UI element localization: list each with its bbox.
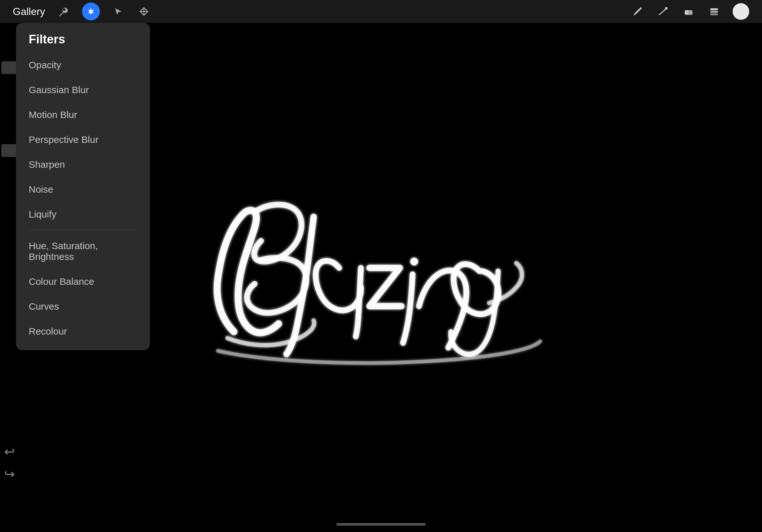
layer-thumbnail-2[interactable] [1,144,18,157]
svg-point-7 [410,258,418,265]
filter-liquify[interactable]: Liquify [16,202,150,227]
filter-opacity[interactable]: Opacity [16,53,150,78]
filters-panel: Filters Opacity Gaussian Blur Motion Blu… [16,23,150,350]
toolbar: Gallery [0,0,762,23]
color-avatar[interactable] [733,3,749,20]
toolbar-left: Gallery [13,3,151,21]
scroll-indicator [336,523,426,526]
selection-icon[interactable] [112,4,125,19]
filter-curves[interactable]: Curves [16,294,150,319]
filter-gaussian-blur[interactable]: Gaussian Blur [16,78,150,102]
layer-thumbnail-1[interactable] [1,61,18,74]
calligraphy-art [195,134,642,421]
wrench-icon[interactable] [56,4,70,19]
filter-noise[interactable]: Noise [16,177,150,202]
brush-icon[interactable] [631,4,645,19]
filter-motion-blur[interactable]: Motion Blur [16,102,150,127]
svg-rect-2 [688,10,692,15]
magic-adjust-button[interactable] [82,3,100,21]
filter-colour-balance[interactable]: Colour Balance [16,269,150,294]
svg-rect-6 [710,13,718,15]
transform-icon[interactable] [137,4,151,19]
filter-sharpen[interactable]: Sharpen [16,152,150,177]
filter-divider [29,230,137,230]
smudge-icon[interactable] [656,4,670,19]
svg-rect-4 [710,8,718,10]
filter-hue-saturation-brightness[interactable]: Hue, Saturation, Brightness [16,233,150,269]
filter-perspective-blur[interactable]: Perspective Blur [16,127,150,152]
filters-title: Filters [16,33,150,53]
eraser-icon[interactable] [682,4,696,19]
layers-icon[interactable] [707,4,721,19]
gallery-button[interactable]: Gallery [13,6,45,18]
toolbar-right [631,3,749,20]
filter-recolour[interactable]: Recolour [16,319,150,344]
svg-point-0 [665,7,667,10]
svg-rect-5 [710,11,718,13]
